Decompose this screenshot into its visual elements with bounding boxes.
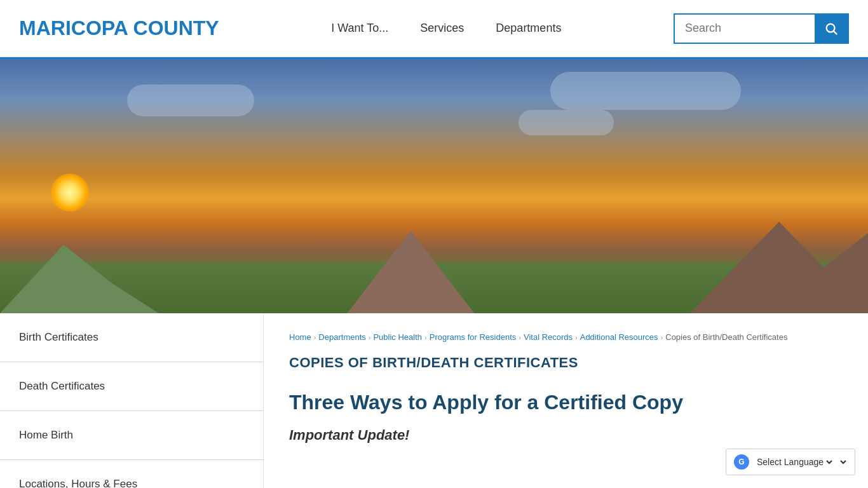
google-translate-icon: G xyxy=(734,454,749,470)
hero-image xyxy=(0,59,868,313)
breadcrumb-vital-records[interactable]: Vital Records xyxy=(524,332,573,342)
language-selector[interactable]: G Select Language Spanish French Chinese… xyxy=(726,449,855,475)
main-nav: I Want To... Services Departments xyxy=(331,22,561,35)
nav-services[interactable]: Services xyxy=(420,22,464,35)
search-button[interactable] xyxy=(815,13,848,44)
site-logo[interactable]: MARICOPA COUNTY xyxy=(19,17,219,40)
chevron-down-icon xyxy=(839,458,847,466)
nav-i-want-to[interactable]: I Want To... xyxy=(331,22,388,35)
section-heading: Three Ways to Apply for a Certified Copy xyxy=(289,390,843,414)
svg-line-1 xyxy=(834,31,837,34)
language-select[interactable]: Select Language Spanish French Chinese A… xyxy=(754,456,834,468)
site-header: MARICOPA COUNTY I Want To... Services De… xyxy=(0,0,868,57)
sidebar: Birth Certificates Death Certificates Ho… xyxy=(0,313,264,488)
important-update: Important Update! xyxy=(289,427,843,444)
breadcrumb-departments[interactable]: Departments xyxy=(318,332,365,342)
breadcrumb-public-health[interactable]: Public Health xyxy=(373,332,422,342)
sidebar-item-locations[interactable]: Locations, Hours & Fees xyxy=(0,460,263,488)
breadcrumb-current: Copies of Birth/Death Certificates xyxy=(665,332,787,342)
nav-departments[interactable]: Departments xyxy=(496,22,561,35)
search-box xyxy=(674,13,849,44)
sidebar-item-birth-cert[interactable]: Birth Certificates xyxy=(0,313,263,362)
breadcrumb-additional-resources[interactable]: Additional Resources xyxy=(580,332,658,342)
svg-point-0 xyxy=(827,24,835,32)
search-input[interactable] xyxy=(675,22,815,35)
sidebar-item-death-cert[interactable]: Death Certificates xyxy=(0,362,263,411)
page-title: COPIES OF BIRTH/DEATH CERTIFICATES xyxy=(289,355,843,371)
breadcrumb: Home › Departments › Public Health › Pro… xyxy=(289,332,843,342)
breadcrumb-home[interactable]: Home xyxy=(289,332,311,342)
breadcrumb-programs[interactable]: Programs for Residents xyxy=(430,332,517,342)
sidebar-item-home-birth[interactable]: Home Birth xyxy=(0,411,263,460)
search-icon xyxy=(824,22,838,36)
